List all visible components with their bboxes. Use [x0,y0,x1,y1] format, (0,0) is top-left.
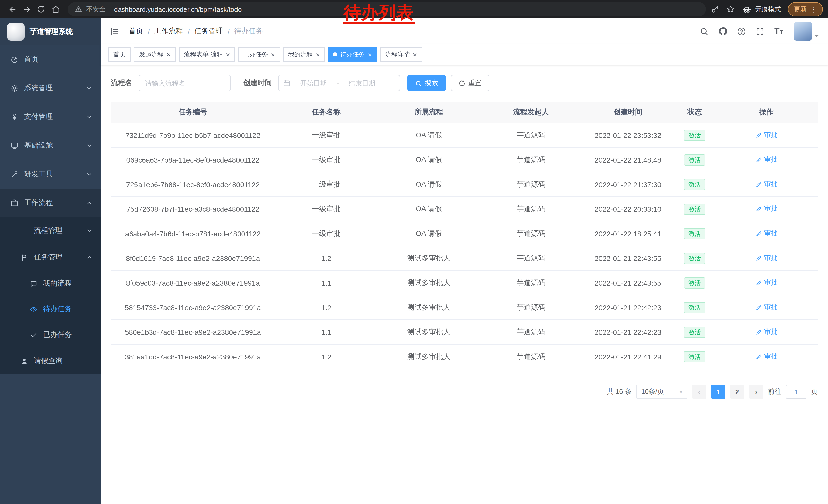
sidebar-item-done-tasks[interactable]: 已办任务 [0,322,100,348]
close-icon[interactable]: × [368,51,372,58]
sidebar-item-system-mgmt[interactable]: 系统管理 [0,74,100,102]
approve-link[interactable]: 审批 [755,155,778,164]
font-size-icon: T [774,27,780,35]
task-name-cell: 1.2 [275,246,378,270]
chevron-down-icon [86,114,92,120]
password-key-button[interactable] [711,5,719,13]
fullscreen-button[interactable] [756,27,764,36]
approve-link[interactable]: 审批 [755,352,778,361]
app-logo-row[interactable]: 芋道管理系统 [0,18,100,45]
filter-bar: 流程名 创建时间 - 搜索 重置 [111,75,818,91]
sidebar-item-process-mgmt[interactable]: 流程管理 [0,217,100,244]
initiator-cell: 芋道源码 [480,221,582,246]
close-icon[interactable]: × [413,51,417,58]
tab-form-edit[interactable]: 流程表单-编辑 × [179,47,235,61]
approve-link[interactable]: 审批 [755,303,778,312]
page-button-1[interactable]: 1 [711,384,726,399]
close-icon[interactable]: × [167,51,171,58]
back-icon [8,5,17,13]
next-page-button[interactable]: › [749,384,763,399]
sidebar-item-payment-mgmt[interactable]: 支付管理 [0,102,100,131]
close-icon[interactable]: × [271,51,275,58]
breadcrumb-item[interactable]: 任务管理 [195,27,223,36]
task-id-cell: 8f0d1619-7ac8-11ec-a9e2-a2380e71991a [111,246,275,270]
task-table-body: 73211d9d-7b9b-11ec-b5b7-acde48001122 一级审… [111,123,818,369]
tab-label: 流程表单-编辑 [184,50,223,59]
sidebar-item-my-processes[interactable]: 我的流程 [0,271,100,296]
date-range-picker[interactable]: - [278,75,400,91]
github-button[interactable] [718,27,728,36]
user-menu[interactable] [794,22,819,41]
sidebar-item-label: 首页 [24,55,38,64]
process-name-input[interactable] [138,75,231,91]
screenshot-root: 不安全 dashboard.yudao.iocoder.cn/bpm/task/… [0,0,828,504]
approve-link[interactable]: 审批 [755,180,778,189]
task-name-cell: 一级审批 [275,197,378,221]
sidebar-item-leave-query[interactable]: 请假查询 [0,348,100,374]
close-icon[interactable]: × [316,51,320,58]
process-cell: 测试多审批人 [378,295,480,320]
action-cell: 审批 [715,320,818,344]
tab-start-process[interactable]: 发起流程 × [134,47,176,61]
created-cell: 2022-01-21 22:42:23 [582,295,674,320]
sidebar-item-dev-tools[interactable]: 研发工具 [0,160,100,189]
tab-todo-tasks[interactable]: 待办任务 × [328,47,377,61]
reload-button[interactable] [34,2,48,16]
process-cell: OA 请假 [378,221,480,246]
process-cell: OA 请假 [378,197,480,221]
breadcrumb-separator: / [228,27,230,35]
browser-update-button[interactable]: 更新 ⋮ [788,2,823,16]
search-icon [415,80,422,86]
sidebar-item-workflow[interactable]: 工作流程 [0,189,100,217]
sidebar-item-todo-tasks[interactable]: 待办任务 [0,296,100,322]
forward-button[interactable] [19,2,34,16]
chevron-down-icon [86,228,92,234]
breadcrumb-item[interactable]: 首页 [129,27,143,36]
sidebar-item-label: 流程管理 [34,226,63,235]
help-button[interactable] [738,27,746,36]
approve-link[interactable]: 审批 [755,327,778,336]
sidebar-item-home[interactable]: 首页 [0,45,100,74]
initiator-cell: 芋道源码 [480,344,582,369]
reset-button[interactable]: 重置 [451,75,489,91]
approve-link[interactable]: 审批 [755,204,778,214]
reset-button-label: 重置 [468,79,482,88]
status-badge: 激活 [684,253,705,264]
tab-done-tasks[interactable]: 已办任务 × [238,47,280,61]
approve-link[interactable]: 审批 [755,254,778,263]
tab-home[interactable]: 首页 [108,47,131,61]
tab-label: 首页 [113,50,126,59]
breadcrumb: 首页 / 工作流程 / 任务管理 / 待办任务 [129,27,263,36]
end-date-input[interactable] [341,79,383,87]
table-row: 725a1eb6-7b88-11ec-8ef0-acde48001122 一级审… [111,172,818,197]
sidebar-item-task-mgmt[interactable]: 任务管理 [0,244,100,271]
reload-icon [37,5,45,13]
page-button-2[interactable]: 2 [730,384,744,399]
font-size-button[interactable]: TT [774,27,784,36]
search-button[interactable]: 搜索 [407,75,446,91]
prev-page-button[interactable]: ‹ [692,384,706,399]
start-date-input[interactable] [292,79,334,87]
initiator-cell: 芋道源码 [480,320,582,344]
header-search-button[interactable] [700,27,709,36]
back-button[interactable] [5,2,19,16]
close-icon[interactable]: × [226,51,230,58]
process-cell: 测试多审批人 [378,246,480,270]
col-header-actions: 操作 [715,102,818,123]
approve-link[interactable]: 审批 [755,229,778,238]
sidebar-toggle-button[interactable] [110,27,120,36]
home-button[interactable] [48,2,63,16]
edit-icon [755,329,762,335]
goto-page-input[interactable] [786,384,806,399]
sidebar-item-infrastructure[interactable]: 基础设施 [0,131,100,160]
page-size-select[interactable]: 10条/页 ▾ [636,384,688,399]
forward-icon [22,5,31,13]
breadcrumb-item[interactable]: 工作流程 [155,27,183,36]
yen-icon [10,113,18,121]
approve-link[interactable]: 审批 [755,278,778,287]
edit-icon [755,255,762,262]
tab-process-detail[interactable]: 流程详情 × [380,47,422,61]
approve-link[interactable]: 审批 [755,131,778,140]
bookmark-star-button[interactable] [727,5,735,13]
tab-my-processes[interactable]: 我的流程 × [283,47,325,61]
